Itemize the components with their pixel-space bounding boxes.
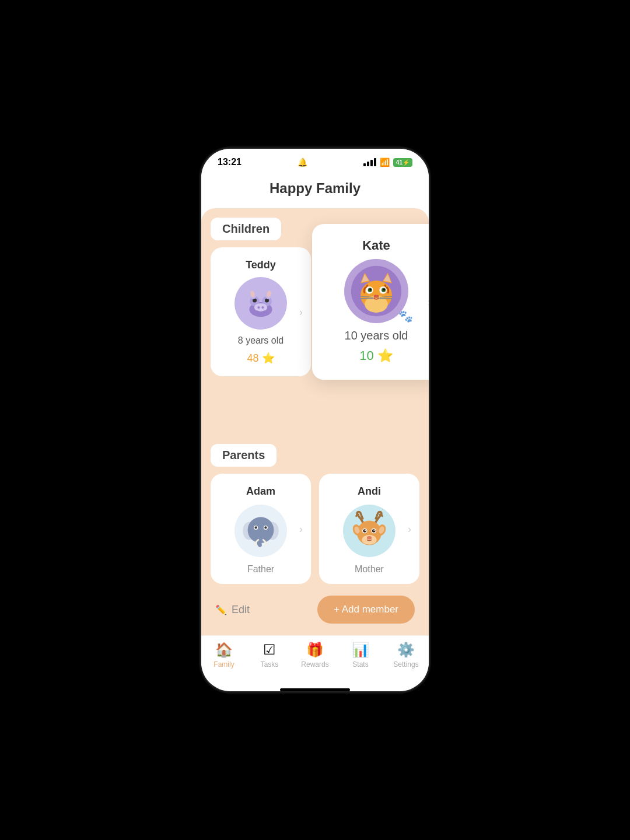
nav-item-tasks[interactable]: ☑ Tasks <box>252 642 287 668</box>
nav-label-settings: Settings <box>393 660 418 668</box>
svg-point-48 <box>365 530 366 531</box>
main-content: Children Teddy <box>201 208 429 635</box>
svg-point-6 <box>254 303 267 312</box>
nav-item-settings[interactable]: ⚙️ Settings <box>388 642 424 668</box>
children-section-header: Children <box>211 218 281 240</box>
parents-section: Parents Adam <box>201 435 429 584</box>
page-header: Happy Family <box>201 171 429 208</box>
wifi-icon: 📶 <box>380 158 390 167</box>
svg-point-50 <box>367 536 372 540</box>
svg-point-8 <box>261 306 264 309</box>
parents-section-header-wrap: Parents <box>201 435 429 474</box>
settings-icon: ⚙️ <box>397 642 415 658</box>
status-bar: 13:21 🔔 📶 41⚡ <box>201 149 429 171</box>
avatar-teddy <box>235 277 287 330</box>
bottom-actions: ✏️ Edit + Add member <box>201 584 429 635</box>
edit-button[interactable]: ✏️ Edit <box>215 604 250 616</box>
child-card-teddy[interactable]: Teddy <box>211 247 311 376</box>
chevron-icon-adam: › <box>299 523 303 535</box>
battery-indicator: 41⚡ <box>393 158 412 167</box>
home-indicator <box>280 688 350 691</box>
avatar-kate: 🐾 <box>344 259 408 323</box>
svg-point-49 <box>373 530 374 531</box>
page-title: Happy Family <box>201 180 429 197</box>
child-stars-kate: 10 ⭐ <box>359 348 393 363</box>
nav-label-rewards: Rewards <box>301 660 328 668</box>
chevron-icon-teddy: › <box>299 306 303 318</box>
parents-section-header: Parents <box>211 444 276 467</box>
parent-card-andi[interactable]: Andi <box>319 474 419 584</box>
avatar-andi <box>343 505 396 557</box>
svg-point-34 <box>248 517 274 543</box>
chevron-icon-andi: › <box>408 523 411 535</box>
child-age-teddy: 8 years old <box>238 335 284 346</box>
phone-frame: 13:21 🔔 📶 41⚡ Happy Family Children <box>201 149 429 691</box>
svg-point-37 <box>255 526 257 528</box>
svg-point-26 <box>374 295 379 298</box>
nav-label-family: Family <box>214 660 234 668</box>
child-name-kate: Kate <box>362 238 390 253</box>
pencil-icon: ✏️ <box>215 604 227 615</box>
child-card-kate[interactable]: Kate <box>312 224 429 380</box>
edit-label: Edit <box>232 604 250 616</box>
rewards-icon: 🎁 <box>306 642 324 658</box>
nav-item-rewards[interactable]: 🎁 Rewards <box>298 642 332 668</box>
parent-name-andi: Andi <box>358 485 381 498</box>
bell-icon: 🔔 <box>298 158 307 167</box>
add-member-button[interactable]: + Add member <box>317 596 415 624</box>
parent-role-adam: Father <box>247 564 274 575</box>
nav-label-tasks: Tasks <box>261 660 279 668</box>
child-stars-teddy: 48 ⭐ <box>247 352 274 365</box>
nav-label-stats: Stats <box>352 660 368 668</box>
home-icon: 🏠 <box>215 642 233 658</box>
status-time: 13:21 <box>218 157 242 167</box>
status-icons: 📶 41⚡ <box>363 158 412 167</box>
child-name-teddy: Teddy <box>246 259 276 271</box>
parent-name-adam: Adam <box>246 485 275 498</box>
stats-icon: 📊 <box>352 642 369 658</box>
signal-bars <box>363 158 376 166</box>
svg-point-25 <box>383 289 386 291</box>
nav-item-stats[interactable]: 📊 Stats <box>343 642 378 668</box>
svg-point-7 <box>257 306 260 309</box>
svg-point-24 <box>369 289 372 291</box>
nav-item-family[interactable]: 🏠 Family <box>206 642 242 668</box>
avatar-adam <box>235 505 287 557</box>
child-age-kate: 10 years old <box>345 329 408 342</box>
chevron-icon-kate: › <box>428 296 429 308</box>
tasks-icon: ☑ <box>263 642 276 658</box>
parent-role-andi: Mother <box>355 564 384 575</box>
parents-grid: Adam <box>201 474 429 584</box>
children-grid: Teddy <box>201 247 429 376</box>
add-member-label: + Add member <box>334 604 398 615</box>
parent-card-adam[interactable]: Adam <box>211 474 311 584</box>
svg-point-38 <box>264 526 267 528</box>
bottom-nav: 🏠 Family ☑ Tasks 🎁 Rewards 📊 Stats ⚙️ Se… <box>201 635 429 685</box>
